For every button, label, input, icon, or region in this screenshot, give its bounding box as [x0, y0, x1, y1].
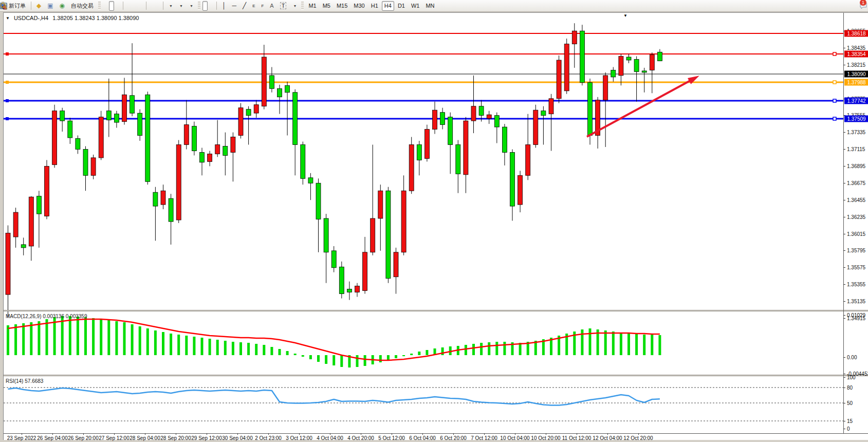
macd-scale-tick: 0.00 [847, 355, 857, 360]
price-badge: 1.37509 [844, 116, 868, 122]
time-label: 7 Oct 12:00 [471, 435, 497, 441]
price-axis-line [843, 13, 844, 433]
new-order-button[interactable]: 新订单 [6, 1, 28, 11]
price-tick: 1.35795 [847, 248, 865, 253]
grid-tool-button[interactable]: F [258, 1, 266, 11]
hline-icon: ─ [232, 3, 236, 9]
trendline-icon: ╱ [243, 3, 246, 9]
auto-trading-button[interactable]: 自动交易 [68, 1, 96, 11]
timeframe-M30[interactable]: M30 [351, 1, 367, 11]
zoom-in-button[interactable] [126, 1, 131, 11]
macd-label[interactable]: MACD(12,26,9) 0.003136 0.003359 [6, 314, 87, 319]
timeframe-M5[interactable]: M5 [320, 1, 333, 11]
text-label-tool-button[interactable]: T [278, 1, 289, 11]
pane-separator-macd[interactable] [4, 310, 868, 311]
macd-pane[interactable] [4, 312, 843, 376]
timeframe-H4[interactable]: H4 [382, 1, 394, 11]
rsi-scale-tick: 15 [847, 418, 853, 424]
price-tick: 1.35575 [847, 265, 865, 270]
navigator-button[interactable]: ▣ [45, 1, 56, 11]
trendline-tool-button[interactable]: ╱ [240, 1, 249, 11]
price-badge: 1.38354 [844, 51, 868, 58]
price-tick: 1.35355 [847, 282, 865, 287]
chart-window: ▼ USDCAD-,H4 1.38205 1.38243 1.38090 1.3… [3, 12, 868, 440]
price-badge: 1.38090 [844, 71, 868, 78]
chart-shift-button[interactable] [155, 1, 160, 11]
rsi-scale-tick: 80 [847, 385, 853, 391]
price-tick: 1.38215 [847, 62, 865, 68]
period-button[interactable]: ▼ [176, 1, 186, 11]
candle-chart-button[interactable] [109, 1, 114, 11]
terminal-button[interactable]: ◉ [57, 1, 67, 11]
timeframe-D1[interactable]: D1 [395, 1, 408, 11]
time-label: 28 Sep 20:00 [160, 435, 191, 441]
bar-chart-button[interactable] [103, 1, 108, 11]
notifications-button[interactable]: 1 [859, 1, 864, 11]
time-label: 5 Oct 12:00 [378, 435, 405, 441]
gold-icon: ◆ [36, 3, 41, 9]
text-tool-button[interactable]: A [267, 1, 276, 11]
price-tick: 1.37115 [847, 146, 865, 152]
price-pane[interactable] [4, 13, 843, 310]
pane-separator-rsi[interactable] [4, 375, 868, 376]
timeframe-M1[interactable]: M1 [306, 1, 319, 11]
time-label: 29 Sep 12:00 [191, 435, 222, 441]
timeframe-H1[interactable]: H1 [368, 1, 381, 11]
fibonacci-tool-button[interactable]: E [250, 1, 257, 11]
time-label: 2 Oct 23:00 [255, 435, 282, 441]
cursor-tool-button[interactable] [202, 1, 208, 11]
search-icon [0, 2, 8, 9]
time-label: 28 Sep 04:00 [130, 435, 160, 441]
price-tick: 1.36235 [847, 214, 865, 220]
rsi-scale-tick: 50 [847, 400, 853, 406]
macd-scale-tick: 0.01029 [847, 312, 865, 318]
timeframe-group: M1M5M15M30H1H4D1W1MN [305, 1, 437, 11]
time-axis-line [4, 433, 868, 434]
price-tick: 1.38435 [847, 45, 865, 51]
price-tick: 1.36455 [847, 197, 865, 203]
time-label: 12 Oct 04:00 [593, 435, 622, 441]
market-watch-button[interactable]: ◆ [34, 1, 44, 11]
rsi-scale-tick: 0 [847, 426, 850, 432]
time-label: 10 Oct 20:00 [531, 435, 560, 441]
price-tick: 1.36895 [847, 163, 865, 169]
time-label: 10 Oct 04:00 [500, 435, 529, 441]
new-chart-button[interactable]: ▼ [166, 1, 175, 11]
rsi-label[interactable]: RSI(14) 57.6683 [6, 378, 43, 384]
time-label: 6 Oct 20:00 [440, 435, 467, 441]
price-tick: 1.37335 [847, 130, 865, 135]
tile-windows-button[interactable] [138, 1, 143, 11]
time-label: 6 Oct 04:00 [409, 435, 436, 441]
price-tick: 1.36015 [847, 231, 865, 237]
hline-tool-button[interactable]: ─ [229, 1, 239, 11]
time-label: 30 Sep 04:00 [222, 435, 253, 441]
time-label: 27 Sep 12:00 [99, 435, 130, 441]
timeframe-M15[interactable]: M15 [334, 1, 350, 11]
price-tick: 1.36675 [847, 180, 865, 186]
timeframe-W1[interactable]: W1 [409, 1, 422, 11]
line-chart-button[interactable] [115, 1, 120, 11]
vline-tool-button[interactable]: │ [219, 1, 229, 11]
rsi-scale-tick: 100 [847, 375, 856, 380]
price-tick: 1.35135 [847, 299, 865, 304]
rsi-pane[interactable] [4, 377, 843, 433]
main-toolbar: 新订单 ◆ ▣ ◉ 自动交易 ▼ ▼ ▼ │ ─ ╱ E F A T ▼ M1M… [0, 0, 868, 12]
signal-icon: ◉ [60, 3, 65, 9]
timeframe-MN[interactable]: MN [423, 1, 437, 11]
indicators-button[interactable]: ▼ [187, 1, 196, 11]
time-label: 11 Oct 12:00 [562, 435, 592, 441]
time-label: 3 Oct 12:00 [286, 435, 312, 441]
search-button[interactable] [853, 1, 858, 11]
price-badge: 1.37988 [844, 79, 868, 86]
price-badge: 1.37742 [844, 98, 868, 104]
window-icon: ▣ [47, 3, 53, 9]
time-label: 26 Sep 20:00 [68, 435, 99, 441]
arrows-tool-button[interactable]: ▼ [290, 1, 299, 11]
time-label: 4 Oct 20:00 [347, 435, 374, 441]
time-label: 4 Oct 04:00 [317, 435, 343, 441]
price-badge: 1.38618 [844, 30, 868, 37]
auto-scroll-button[interactable] [149, 1, 154, 11]
zoom-out-button[interactable] [132, 1, 137, 11]
time-label: 23 Sep 2022 [7, 435, 36, 441]
crosshair-tool-button[interactable] [209, 1, 214, 11]
